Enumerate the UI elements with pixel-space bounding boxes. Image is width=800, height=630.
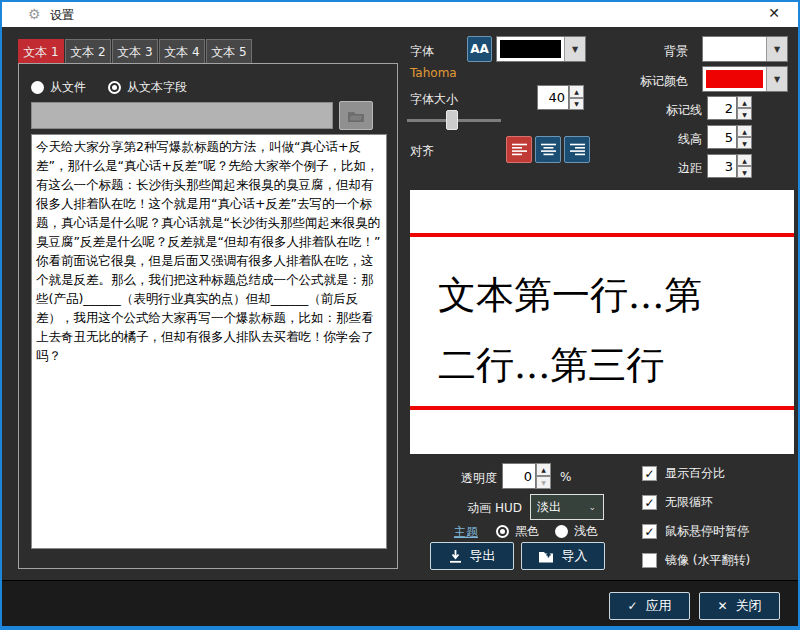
font-size-spinner: 40 ▲ ▼: [537, 85, 584, 110]
mark-color-swatch: [706, 70, 763, 88]
tab-text-2[interactable]: 文本 2: [65, 39, 111, 63]
checkbox-box: ✓: [642, 495, 657, 510]
line-height-down-button[interactable]: ▼: [737, 137, 752, 149]
chevron-down-icon: ⌄: [588, 502, 596, 512]
checkbox-show-percentage[interactable]: ✓ 显示百分比: [642, 465, 725, 482]
align-left-button[interactable]: [506, 136, 532, 163]
browse-file-button[interactable]: [339, 101, 373, 130]
checkbox-mirror-flip[interactable]: 镜像 (水平翻转): [642, 552, 750, 569]
chevron-down-icon: ▼: [766, 37, 787, 61]
radio-theme-light[interactable]: 浅色: [555, 523, 598, 540]
align-center-icon: [541, 143, 556, 156]
mark-line-label: 标记线: [612, 102, 702, 119]
font-name-value: Tahoma: [410, 66, 457, 80]
text-preview-panel: 文本第一行...第 二行...第三行: [410, 190, 794, 454]
radio-from-text-field[interactable]: 从文本字段: [108, 79, 187, 96]
font-size-value[interactable]: 40: [537, 85, 569, 110]
tab-text-1[interactable]: 文本 1: [18, 39, 64, 63]
apply-button[interactable]: ✓ 应用: [609, 592, 690, 620]
font-color-dropdown[interactable]: ▼: [496, 36, 586, 62]
line-height-value[interactable]: 5: [707, 125, 737, 149]
mark-line-up-button[interactable]: ▲: [737, 96, 752, 108]
hud-animation-value: 淡出: [537, 499, 561, 516]
preview-text-line2: 二行...第三行: [438, 340, 664, 391]
hud-animation-dropdown[interactable]: 淡出 ⌄: [530, 494, 604, 520]
slider-thumb[interactable]: [446, 110, 458, 130]
checkbox-pause-on-hover[interactable]: ✓ 鼠标悬停时暂停: [642, 523, 749, 540]
background-color-swatch: [706, 40, 763, 58]
checkbox-label: 显示百分比: [665, 465, 725, 482]
font-aa-icon: AA: [470, 42, 489, 56]
line-height-up-button[interactable]: ▲: [737, 125, 752, 137]
line-height-label: 线高: [612, 131, 702, 148]
mark-line-value[interactable]: 2: [707, 96, 737, 120]
close-button[interactable]: ✕ 关闭: [699, 592, 780, 620]
background-color-dropdown[interactable]: ▼: [702, 36, 788, 62]
mark-line-bottom: [410, 406, 794, 410]
export-button[interactable]: 导出: [430, 542, 514, 570]
align-right-button[interactable]: [564, 136, 590, 163]
radio-theme-light-circle: [555, 525, 568, 538]
radio-from-text-circle: [108, 81, 121, 94]
align-left-icon: [512, 143, 527, 156]
align-right-icon: [570, 143, 585, 156]
mark-color-label: 标记颜色: [598, 73, 688, 90]
hud-animation-label: 动画 HUD: [432, 500, 522, 517]
margin-down-button[interactable]: ▼: [737, 166, 752, 178]
folder-icon: [347, 109, 365, 123]
font-size-label: 字体大小: [410, 91, 458, 108]
chevron-down-icon: ▼: [766, 67, 787, 91]
gear-icon: ⚙: [28, 6, 41, 22]
theme-link[interactable]: 主题: [454, 524, 478, 541]
settings-window: ⚙ 设置 ✕ 文本 1 文本 2 文本 3 文本 4 文本 5 从文件 从文本字…: [0, 0, 800, 630]
window-title: 设置: [50, 7, 74, 24]
opacity-down-button[interactable]: ▼: [536, 476, 551, 489]
radio-from-file-label: 从文件: [50, 79, 86, 96]
checkbox-label: 镜像 (水平翻转): [665, 552, 750, 569]
tab-text-4[interactable]: 文本 4: [159, 39, 205, 63]
apply-button-label: 应用: [646, 597, 672, 615]
import-button[interactable]: 导入: [521, 542, 605, 570]
font-picker-button[interactable]: AA: [467, 36, 492, 62]
mark-line-spinner: 2 ▲▼: [707, 96, 752, 120]
font-size-down-button[interactable]: ▼: [569, 98, 584, 111]
font-color-swatch: [500, 40, 561, 58]
radio-theme-light-label: 浅色: [574, 523, 598, 540]
folder-import-icon: [539, 550, 554, 563]
align-center-button[interactable]: [535, 136, 561, 163]
radio-theme-dark[interactable]: 黑色: [496, 523, 539, 540]
file-path-input[interactable]: [31, 102, 333, 129]
checkbox-label: 鼠标悬停时暂停: [665, 523, 749, 540]
margin-value[interactable]: 3: [707, 154, 737, 178]
margin-up-button[interactable]: ▲: [737, 154, 752, 166]
opacity-up-button[interactable]: ▲: [536, 463, 551, 476]
close-button-label: 关闭: [736, 597, 762, 615]
radio-from-file-circle: [31, 81, 44, 94]
titlebar: ⚙ 设置 ✕: [2, 2, 798, 27]
tab-text-5[interactable]: 文本 5: [206, 39, 252, 63]
percent-sign: %: [560, 470, 571, 484]
line-height-spinner: 5 ▲▼: [707, 125, 752, 149]
radio-from-file[interactable]: 从文件: [31, 79, 86, 96]
headline-text-area[interactable]: 今天给大家分享第2种写爆款标题的方法，叫做“真心话+反差”，那什么是“真心话+反…: [31, 134, 387, 549]
text-tab-panel: 从文件 从文本字段 今天给大家分享第2种写爆款标题的方法，叫做“真心话+反差”，…: [18, 63, 398, 569]
window-close-button[interactable]: ✕: [764, 5, 784, 21]
margin-label: 边距: [612, 160, 702, 177]
font-size-slider[interactable]: [407, 110, 501, 130]
check-icon: ✓: [627, 599, 637, 613]
opacity-value[interactable]: 0: [502, 463, 536, 489]
mark-line-top: [410, 233, 794, 237]
import-button-label: 导入: [562, 547, 588, 565]
margin-spinner: 3 ▲▼: [707, 154, 752, 178]
font-size-up-button[interactable]: ▲: [569, 85, 584, 98]
download-icon: [449, 550, 462, 563]
checkbox-label: 无限循环: [665, 494, 713, 511]
tab-text-3[interactable]: 文本 3: [112, 39, 158, 63]
background-label: 背景: [598, 43, 688, 60]
chevron-down-icon: ▼: [564, 37, 585, 61]
opacity-label: 透明度: [407, 470, 497, 487]
checkbox-infinite-loop[interactable]: ✓ 无限循环: [642, 494, 713, 511]
mark-line-down-button[interactable]: ▼: [737, 108, 752, 120]
mark-color-dropdown[interactable]: ▼: [702, 66, 788, 92]
checkbox-box: ✓: [642, 466, 657, 481]
